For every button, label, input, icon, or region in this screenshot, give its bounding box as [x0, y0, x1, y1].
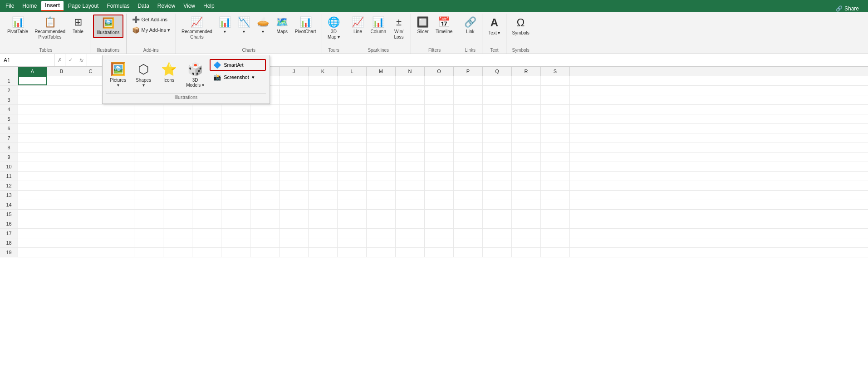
cell-K13[interactable] [309, 191, 338, 200]
cell-A18[interactable] [18, 238, 47, 247]
cell-I4[interactable] [250, 105, 280, 114]
cell-G16[interactable] [192, 219, 221, 228]
cell-S19[interactable] [541, 248, 570, 257]
cell-M14[interactable] [367, 200, 396, 209]
col-header-r[interactable]: R [512, 67, 541, 76]
cell-C12[interactable] [76, 181, 105, 190]
cell-K10[interactable] [309, 162, 338, 171]
cell-R5[interactable] [512, 114, 541, 123]
cell-F11[interactable] [163, 172, 192, 181]
cell-O3[interactable] [425, 95, 454, 104]
cell-O11[interactable] [425, 172, 454, 181]
col-header-b[interactable]: B [47, 67, 76, 76]
cell-L4[interactable] [338, 105, 367, 114]
cell-E9[interactable] [134, 153, 163, 162]
cell-I9[interactable] [250, 153, 280, 162]
row-header-12[interactable]: 12 [0, 181, 18, 190]
cell-I10[interactable] [250, 162, 280, 171]
cell-F16[interactable] [163, 219, 192, 228]
cell-L19[interactable] [338, 248, 367, 257]
cell-B1[interactable] [47, 76, 76, 85]
cell-Q7[interactable] [483, 133, 512, 143]
row-header-19[interactable]: 19 [0, 248, 18, 257]
cell-J13[interactable] [280, 191, 309, 200]
cell-N10[interactable] [396, 162, 425, 171]
cell-H19[interactable] [221, 248, 250, 257]
cell-B6[interactable] [47, 124, 76, 133]
cell-D5[interactable] [105, 114, 134, 123]
cell-B2[interactable] [47, 86, 76, 95]
cell-A17[interactable] [18, 229, 47, 238]
link-button[interactable]: 🔗 Link [461, 15, 479, 36]
cell-C13[interactable] [76, 191, 105, 200]
cell-G15[interactable] [192, 210, 221, 219]
cell-A2[interactable] [18, 86, 47, 95]
cell-Q1[interactable] [483, 76, 512, 85]
win-loss-button[interactable]: ± Win/Loss [390, 15, 408, 42]
col-header-m[interactable]: M [367, 67, 396, 76]
cell-C15[interactable] [76, 210, 105, 219]
cell-L13[interactable] [338, 191, 367, 200]
cell-O19[interactable] [425, 248, 454, 257]
cell-F12[interactable] [163, 181, 192, 190]
cell-C10[interactable] [76, 162, 105, 171]
cell-R14[interactable] [512, 200, 541, 209]
cell-G18[interactable] [192, 238, 221, 247]
cell-N17[interactable] [396, 229, 425, 238]
cell-A1[interactable] [18, 76, 47, 85]
cell-O5[interactable] [425, 114, 454, 123]
cell-K5[interactable] [309, 114, 338, 123]
cell-Q16[interactable] [483, 219, 512, 228]
cell-M6[interactable] [367, 124, 396, 133]
cell-Q15[interactable] [483, 210, 512, 219]
table-button[interactable]: ⊞ Table [69, 15, 87, 36]
cell-G13[interactable] [192, 191, 221, 200]
screenshot-button[interactable]: 📸 Screenshot ▾ [210, 71, 266, 83]
cell-F8[interactable] [163, 143, 192, 152]
cell-K2[interactable] [309, 86, 338, 95]
cell-K17[interactable] [309, 229, 338, 238]
cell-B3[interactable] [47, 95, 76, 104]
cell-L16[interactable] [338, 219, 367, 228]
menu-help[interactable]: Help [200, 1, 218, 10]
cell-J6[interactable] [280, 124, 309, 133]
cell-N9[interactable] [396, 153, 425, 162]
cell-S11[interactable] [541, 172, 570, 181]
cell-E5[interactable] [134, 114, 163, 123]
cell-M11[interactable] [367, 172, 396, 181]
row-header-1[interactable]: 1 [0, 76, 18, 85]
cell-N13[interactable] [396, 191, 425, 200]
cell-D6[interactable] [105, 124, 134, 133]
col-header-k[interactable]: K [309, 67, 338, 76]
cell-R7[interactable] [512, 133, 541, 143]
pictures-button[interactable]: 🖼️ Pictures ▾ [106, 59, 130, 90]
cell-C9[interactable] [76, 153, 105, 162]
cell-B7[interactable] [47, 133, 76, 143]
cell-R12[interactable] [512, 181, 541, 190]
illustrations-button[interactable]: 🖼️ Illustrations [93, 15, 123, 38]
cell-K16[interactable] [309, 219, 338, 228]
cell-P12[interactable] [454, 181, 483, 190]
cell-Q4[interactable] [483, 105, 512, 114]
cell-L17[interactable] [338, 229, 367, 238]
cell-J17[interactable] [280, 229, 309, 238]
cell-H10[interactable] [221, 162, 250, 171]
cell-L5[interactable] [338, 114, 367, 123]
cell-O12[interactable] [425, 181, 454, 190]
cell-D14[interactable] [105, 200, 134, 209]
cell-N1[interactable] [396, 76, 425, 85]
cell-L11[interactable] [338, 172, 367, 181]
timeline-button[interactable]: 📅 Timeline [433, 15, 455, 36]
cell-G17[interactable] [192, 229, 221, 238]
row-header-3[interactable]: 3 [0, 95, 18, 104]
cell-G7[interactable] [192, 133, 221, 143]
cell-M8[interactable] [367, 143, 396, 152]
cell-A12[interactable] [18, 181, 47, 190]
cell-J16[interactable] [280, 219, 309, 228]
cell-N15[interactable] [396, 210, 425, 219]
cell-L9[interactable] [338, 153, 367, 162]
cell-O1[interactable] [425, 76, 454, 85]
cell-E16[interactable] [134, 219, 163, 228]
cell-F17[interactable] [163, 229, 192, 238]
cell-J19[interactable] [280, 248, 309, 257]
